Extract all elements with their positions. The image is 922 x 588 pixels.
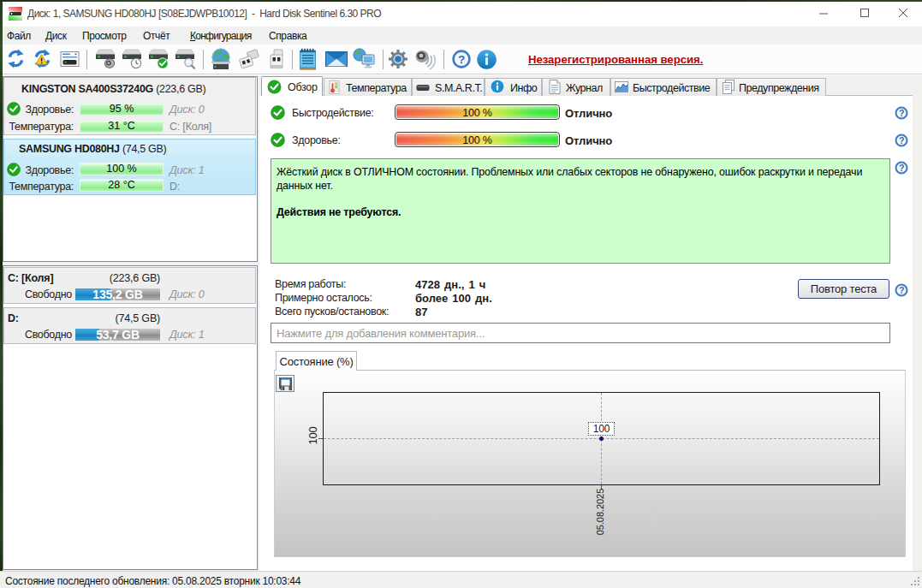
svg-text:?: ?: [458, 53, 465, 66]
svg-text:?: ?: [899, 163, 904, 173]
svg-text:?: ?: [899, 285, 904, 295]
svg-text:?: ?: [899, 135, 904, 146]
svg-text:?: ?: [899, 108, 904, 118]
